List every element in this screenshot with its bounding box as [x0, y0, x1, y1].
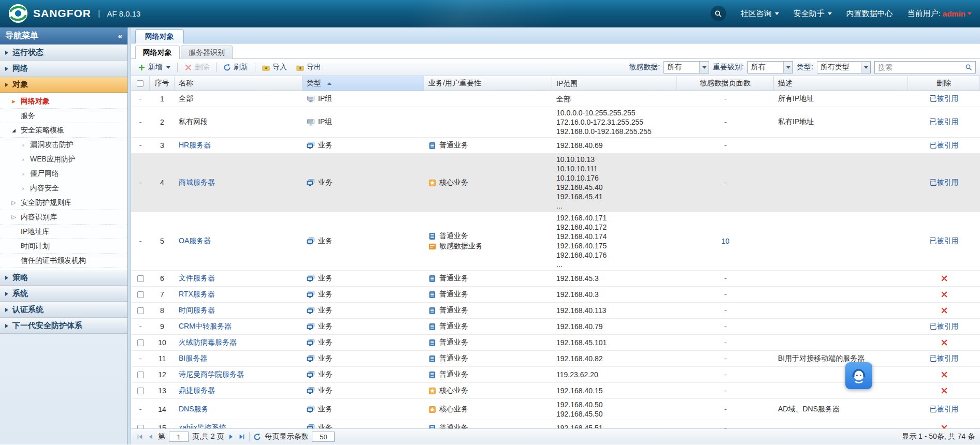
- ip-range-cell: 192.168.40.15: [552, 383, 677, 398]
- delete-row-button[interactable]: [941, 307, 948, 314]
- object-name[interactable]: CRM中转服务器: [179, 322, 232, 331]
- row-checkbox[interactable]: [137, 388, 144, 394]
- tab-network-objects[interactable]: 网络对象: [135, 46, 180, 59]
- delete-row-button[interactable]: [941, 339, 948, 346]
- next-page-button[interactable]: [227, 433, 235, 440]
- object-name[interactable]: HR服务器: [179, 141, 211, 150]
- row-checkbox[interactable]: [137, 275, 144, 282]
- sidebar-item[interactable]: ▷内容识别库: [0, 210, 127, 225]
- search-input[interactable]: [878, 63, 965, 71]
- column-header[interactable]: 序号: [150, 76, 175, 91]
- delete-row-button[interactable]: [941, 371, 948, 378]
- row-checkbox[interactable]: [137, 291, 144, 298]
- business-icon: [307, 370, 315, 379]
- sidebar-group[interactable]: 运行状态: [0, 44, 127, 61]
- last-page-button[interactable]: [238, 433, 246, 440]
- sidebar-item[interactable]: 时间计划: [0, 239, 127, 254]
- column-header[interactable]: 敏感数据页面数: [677, 76, 774, 91]
- row-checkbox[interactable]: [137, 372, 144, 378]
- select-all-checkbox[interactable]: [137, 80, 143, 87]
- page-input[interactable]: [169, 432, 189, 442]
- sidebar-item[interactable]: ◢安全策略模板: [0, 123, 127, 138]
- sidebar-item[interactable]: IP地址库: [0, 225, 127, 239]
- table-row: 7RTX服务器业务普通业务192.168.40.3-: [131, 287, 980, 303]
- object-name[interactable]: 时间服务器: [179, 306, 215, 315]
- object-name[interactable]: 文件服务器: [179, 274, 215, 283]
- sidebar-group[interactable]: 策略: [0, 270, 127, 286]
- object-name[interactable]: DNS服务: [179, 405, 209, 414]
- delete-row-button[interactable]: [941, 387, 948, 394]
- column-header[interactable]: 名称: [175, 76, 302, 91]
- not-selectable-dash: -: [139, 405, 142, 413]
- level-filter-select[interactable]: 所有: [747, 61, 793, 73]
- delete-cell: 已被引用: [908, 351, 980, 366]
- support-assistant-icon[interactable]: [845, 362, 872, 389]
- prev-page-button[interactable]: [147, 433, 154, 440]
- toolbar-export-button[interactable]: 导出: [294, 61, 324, 73]
- toolbar-import-button[interactable]: 导入: [260, 61, 290, 73]
- sidebar-group[interactable]: 系统: [0, 286, 127, 302]
- column-header[interactable]: 业务/用户重要性: [424, 76, 552, 91]
- topbar-menu-0[interactable]: 社区咨询: [741, 9, 779, 19]
- column-header[interactable]: IP范围: [552, 76, 677, 91]
- dropdown-caret-icon: [166, 66, 170, 69]
- toolbar-delete-button[interactable]: 删除: [182, 61, 212, 73]
- current-user-menu[interactable]: 当前用户: admin: [907, 9, 972, 19]
- object-name[interactable]: BI服务器: [179, 354, 207, 363]
- row-checkbox[interactable]: [137, 307, 144, 314]
- sidebar-item[interactable]: 信任的证书颁发机构: [0, 254, 127, 268]
- table-row: 10火绒防病毒服务器业务普通业务192.168.45.101-: [131, 335, 980, 351]
- sensitive-filter-select[interactable]: 所有: [664, 61, 709, 73]
- sidebar-group[interactable]: 认证系统: [0, 302, 127, 318]
- row-checkbox[interactable]: [137, 425, 144, 429]
- normal-biz-icon: [428, 339, 436, 347]
- object-name[interactable]: zabiix监控系统: [179, 423, 226, 428]
- row-number: 2: [150, 107, 175, 137]
- topbar-menu-2[interactable]: 内置数据中心: [846, 9, 893, 19]
- row-checkbox[interactable]: [137, 339, 144, 346]
- per-page-input[interactable]: [312, 432, 335, 442]
- type-filter-select[interactable]: 所有类型: [817, 61, 871, 73]
- sidebar-group[interactable]: 下一代安全防护体系: [0, 318, 127, 334]
- object-name[interactable]: 鼎捷服务器: [179, 386, 215, 395]
- sidebar-item[interactable]: 服务: [0, 109, 127, 123]
- toolbar: 新增删除刷新导入导出 敏感数据:所有重要级别:所有类型:所有类型: [131, 59, 980, 76]
- chevron-down-icon: [968, 12, 972, 15]
- sidebar-item[interactable]: ›WEB应用防护: [0, 152, 127, 167]
- sidebar-item[interactable]: ›漏洞攻击防护: [0, 138, 127, 152]
- sensitive-pages-cell: -: [677, 303, 774, 318]
- delete-row-button[interactable]: [941, 424, 948, 428]
- object-name[interactable]: 火绒防病毒服务器: [179, 338, 237, 347]
- sidebar-collapse-button[interactable]: «: [118, 32, 122, 40]
- object-name[interactable]: RTX服务器: [179, 290, 215, 299]
- first-page-button[interactable]: [136, 433, 143, 440]
- row-number: 9: [150, 319, 175, 334]
- delete-row-button[interactable]: [941, 291, 948, 298]
- sidebar-item[interactable]: ▷安全防护规则库: [0, 196, 127, 210]
- toolbar-add-button[interactable]: 新增: [135, 61, 173, 73]
- sidebar-group[interactable]: 网络: [0, 61, 127, 77]
- sidebar-item[interactable]: ›内容安全: [0, 181, 127, 196]
- delete-row-button[interactable]: [941, 275, 948, 282]
- column-header[interactable]: 类型: [302, 76, 424, 91]
- delete-cell: 已被引用: [908, 107, 980, 137]
- column-header[interactable]: 描述: [774, 76, 908, 91]
- object-name[interactable]: 商城服务器: [179, 178, 215, 187]
- sidebar-title-bar: 导航菜单 «: [0, 27, 127, 44]
- sidebar-item[interactable]: ›僵尸网络: [0, 167, 127, 181]
- refresh-page-button[interactable]: [253, 433, 261, 441]
- per-page-label: 每页显示条数: [265, 432, 308, 441]
- sensitive-pages-link[interactable]: 10: [722, 237, 730, 245]
- column-header[interactable]: 删除: [908, 76, 980, 91]
- topbar-menu-1[interactable]: 安全助手: [794, 9, 832, 19]
- toolbar-refresh-button[interactable]: 刷新: [221, 61, 251, 73]
- object-name[interactable]: 诗尼曼商学院服务器: [179, 370, 244, 379]
- window-tab-network-objects[interactable]: 网络对象: [135, 29, 184, 43]
- search-box: [874, 61, 976, 73]
- sidebar-item[interactable]: ▸网络对象: [0, 94, 127, 109]
- topbar-search-icon[interactable]: [711, 6, 726, 21]
- object-name[interactable]: OA服务器: [179, 236, 211, 246]
- tab-server-identify[interactable]: 服务器识别: [181, 46, 233, 59]
- sensitive-pages-cell: -: [677, 399, 774, 420]
- sidebar-group[interactable]: 对象: [0, 77, 127, 93]
